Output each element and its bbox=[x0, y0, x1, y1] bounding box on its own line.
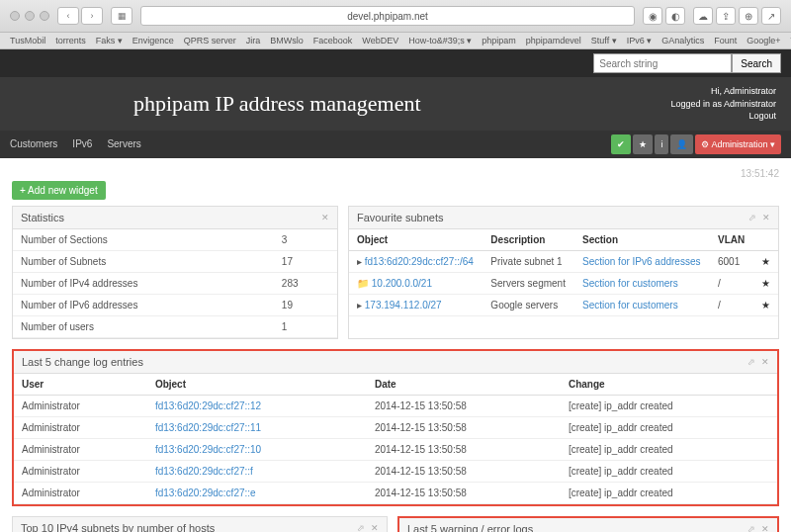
table-row: ▸ fd13:6d20:29dc:cf27::/64Private subnet… bbox=[349, 250, 778, 272]
changelog-table: UserObjectDateChange Administratorfd13:6… bbox=[14, 374, 777, 504]
traffic-lights bbox=[10, 11, 49, 21]
table-row: Administratorfd13:6d20:29dc:cf27::112014… bbox=[14, 416, 777, 438]
star-icon[interactable]: ★ bbox=[753, 294, 778, 315]
browser-chrome: ‹› ▦ devel.phpipam.net ◉◐ ☁⇪⊕↗ bbox=[0, 0, 791, 33]
info-icon[interactable]: i bbox=[655, 134, 668, 154]
statistics-table: Number of Sections3 Number of Subnets17 … bbox=[13, 229, 337, 338]
close-icon[interactable]: ✕ bbox=[761, 357, 769, 367]
star-icon[interactable]: ★ bbox=[753, 272, 778, 294]
user-info: Hi, Administrator Logged in as Administr… bbox=[670, 85, 776, 123]
logout-link[interactable]: Logout bbox=[748, 111, 776, 121]
toolbar-icons-2[interactable]: ☁⇪⊕↗ bbox=[693, 7, 781, 25]
url-bar[interactable]: devel.phpipam.net bbox=[140, 6, 635, 26]
search-button[interactable]: Search bbox=[732, 53, 781, 73]
close-icon[interactable]: ✕ bbox=[371, 523, 379, 532]
popout-icon[interactable]: ⬀ bbox=[747, 524, 755, 532]
toolbar-icons[interactable]: ◉◐ bbox=[643, 7, 685, 25]
admin-menu[interactable]: ⚙ Administration ▾ bbox=[695, 134, 781, 154]
favourites-table: ObjectDescriptionSectionVLAN ▸ fd13:6d20… bbox=[349, 229, 778, 316]
popout-icon[interactable]: ⬀ bbox=[747, 357, 755, 367]
table-row: 📁 10.200.0.0/21Servers segmentSection fo… bbox=[349, 272, 778, 294]
page-title: phpipam IP address management bbox=[133, 91, 421, 117]
star-icon[interactable]: ★ bbox=[633, 134, 653, 154]
top-search-bar: Search bbox=[0, 49, 791, 77]
statistics-widget: Statistics✕ Number of Sections3 Number o… bbox=[12, 206, 338, 339]
content: 13:51:42 + Add new widget Statistics✕ Nu… bbox=[0, 158, 791, 532]
nav-ipv6[interactable]: IPv6 bbox=[72, 138, 92, 149]
table-row: Administratorfd13:6d20:29dc:cf27::102014… bbox=[14, 438, 777, 460]
panel-button[interactable]: ▦ bbox=[111, 7, 132, 25]
main-nav: Customers IPv6 Servers ✔ ★ i 👤 ⚙ Adminis… bbox=[0, 131, 791, 158]
table-row: ▸ 173.194.112.0/27Google serversSection … bbox=[349, 294, 778, 315]
app-header: phpipam IP address management Hi, Admini… bbox=[0, 77, 791, 131]
popout-icon[interactable]: ⬀ bbox=[748, 213, 756, 222]
top10-widget: Top 10 IPv4 subnets by number of hosts⬀✕… bbox=[12, 516, 388, 532]
search-input[interactable] bbox=[593, 53, 732, 73]
table-row: Administratorfd13:6d20:29dc:cf27::122014… bbox=[14, 395, 777, 416]
close-icon[interactable]: ✕ bbox=[761, 524, 769, 532]
bookmarks-bar[interactable]: TusMobiltorrentsFaks ▾EnvigenceQPRS serv… bbox=[0, 33, 791, 49]
clock: 13:51:42 bbox=[12, 166, 779, 181]
nav-servers[interactable]: Servers bbox=[107, 138, 140, 149]
nav-customers[interactable]: Customers bbox=[10, 138, 57, 149]
popout-icon[interactable]: ⬀ bbox=[357, 523, 365, 532]
table-row: Administratorfd13:6d20:29dc:cf27::e2014-… bbox=[14, 482, 777, 503]
changelog-widget: Last 5 change log entries⬀✕ UserObjectDa… bbox=[12, 349, 779, 506]
user-icon[interactable]: 👤 bbox=[670, 134, 693, 154]
favourites-widget: Favourite subnets⬀✕ ObjectDescriptionSec… bbox=[348, 206, 779, 339]
nav-buttons[interactable]: ‹› bbox=[57, 7, 103, 25]
star-icon[interactable]: ★ bbox=[753, 250, 778, 272]
table-row: Administratorfd13:6d20:29dc:cf27::f2014-… bbox=[14, 460, 777, 482]
close-icon[interactable]: ✕ bbox=[321, 213, 329, 222]
add-widget-button[interactable]: + Add new widget bbox=[12, 181, 106, 200]
check-icon[interactable]: ✔ bbox=[611, 134, 631, 154]
close-icon[interactable]: ✕ bbox=[762, 213, 770, 222]
errorlog-widget: Last 5 warning / error logs⬀✕ SeverityCo… bbox=[397, 516, 779, 532]
